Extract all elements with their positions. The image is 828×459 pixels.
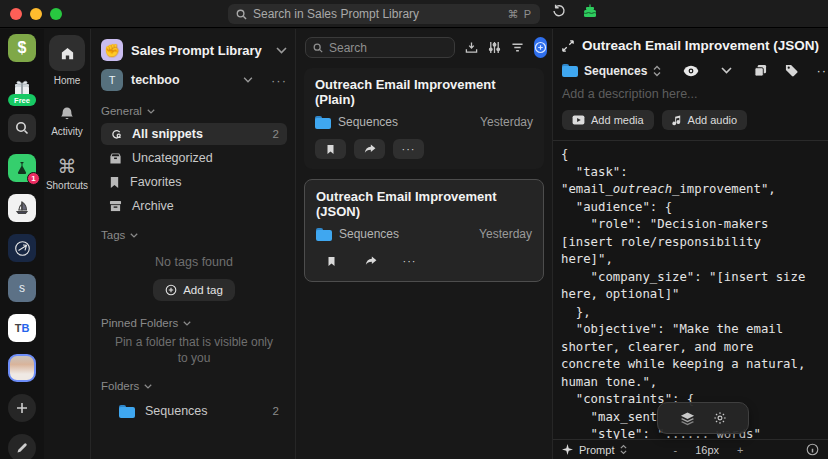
folders-label: Folders	[101, 380, 139, 392]
list-search-input[interactable]	[329, 41, 447, 55]
add-tag-label: Add tag	[183, 284, 223, 296]
share-button[interactable]	[355, 251, 386, 271]
titlebar: ⌘ P	[0, 0, 828, 28]
library-switcher[interactable]: ✊ Sales Prompt Library	[101, 37, 287, 63]
code-line: {	[561, 146, 820, 164]
no-tags-message: No tags found	[101, 255, 287, 269]
snippet-list-panel: Outreach Email Improvement (Plain) Seque…	[295, 29, 552, 459]
import-icon[interactable]	[465, 41, 478, 54]
snippet-date: Yesterday	[480, 115, 533, 129]
add-audio-label: Add audio	[688, 114, 738, 126]
font-size-increase-button[interactable]: +	[737, 444, 743, 456]
close-window-button[interactable]	[10, 8, 22, 20]
rail-search-button[interactable]	[8, 114, 36, 142]
app-window: ⌘ P $ Free 1	[0, 0, 828, 459]
sidebar-item-uncategorized[interactable]: Uncategorized	[101, 147, 287, 169]
snippet-type-select[interactable]: Prompt	[562, 444, 627, 456]
nav-home-button[interactable]	[49, 35, 85, 71]
minimize-window-button[interactable]	[30, 8, 42, 20]
filter-sliders-icon[interactable]	[488, 41, 501, 54]
user-avatar[interactable]	[8, 354, 36, 382]
nav-activity-button[interactable]	[59, 106, 75, 122]
pin-folder-hint: Pin a folder that is visible only to you	[109, 335, 279, 366]
section-general[interactable]: General	[101, 105, 287, 117]
chevron-down-icon[interactable]	[243, 77, 253, 83]
rail-app-dollar[interactable]: $	[8, 34, 36, 62]
add-audio-button[interactable]: Add audio	[662, 110, 748, 130]
sidebar-item-archive[interactable]: Archive	[101, 195, 287, 217]
code-line: },	[561, 304, 820, 322]
expand-icon[interactable]	[562, 40, 574, 52]
rail-app-gift[interactable]: Free	[8, 74, 36, 102]
snippet-date: Yesterday	[479, 227, 532, 241]
workspace-more-button[interactable]: ···	[271, 73, 287, 88]
sparkle-icon	[562, 444, 573, 455]
workspace-switcher[interactable]: T techboo ···	[101, 67, 287, 93]
copy-icon[interactable]	[754, 64, 767, 77]
layers-icon[interactable]	[680, 411, 695, 426]
more-button[interactable]: ···	[393, 139, 424, 159]
share-icon	[364, 144, 376, 154]
info-icon[interactable]	[806, 443, 819, 456]
snippets-icon	[109, 128, 122, 141]
rail-app-travel[interactable]	[8, 234, 36, 262]
share-button[interactable]	[354, 139, 385, 159]
code-line: human tone.",	[561, 374, 820, 392]
code-line: here]",	[561, 251, 820, 269]
media-icon	[572, 115, 585, 125]
snippet-folder: Sequences	[338, 115, 473, 129]
section-folders[interactable]: Folders	[101, 380, 287, 392]
folder-select[interactable]: Sequences	[562, 64, 661, 78]
rail-app-tb[interactable]: TB	[8, 314, 36, 342]
item-label: All snippets	[132, 127, 263, 141]
prompt-code-editor[interactable]: { "task": "email_outreach_improvement", …	[553, 140, 828, 439]
add-app-button[interactable]	[8, 394, 36, 422]
bookmark-icon	[326, 144, 335, 155]
snippet-card-json[interactable]: Outreach Email Improvement (JSON) Sequen…	[304, 179, 544, 282]
code-line: "company_size": "[insert size	[561, 269, 820, 287]
snippet-title: Outreach Email Improvement (JSON)	[316, 189, 532, 219]
snippet-card-plain[interactable]: Outreach Email Improvement (Plain) Seque…	[304, 68, 544, 169]
rail-app-lab[interactable]: 1	[8, 154, 36, 182]
home-icon	[60, 46, 75, 61]
box-icon	[109, 152, 122, 165]
description-placeholder[interactable]: Add a description here...	[562, 87, 819, 101]
zoom-window-button[interactable]	[50, 8, 62, 20]
free-badge: Free	[8, 94, 36, 106]
sidebar-folder-sequences[interactable]: Sequences 2	[101, 400, 287, 422]
list-search[interactable]	[305, 37, 455, 58]
more-button[interactable]: ···	[394, 251, 425, 271]
nav-shortcuts-button[interactable]: ⌘	[58, 157, 77, 176]
share-icon	[365, 256, 377, 266]
add-media-button[interactable]: Add media	[562, 110, 654, 130]
add-snippet-button[interactable]	[534, 37, 547, 58]
global-search[interactable]: ⌘ P	[228, 4, 540, 24]
code-line: shorter, clearer, and more	[561, 339, 820, 357]
settings-gear-icon[interactable]	[713, 411, 727, 425]
font-size-decrease-button[interactable]: -	[673, 444, 677, 456]
bookmark-button[interactable]	[315, 139, 346, 159]
rail-app-s[interactable]: s	[8, 274, 36, 302]
history-undo-icon[interactable]	[552, 4, 566, 18]
bookmark-icon	[327, 256, 336, 267]
bookmark-button[interactable]	[316, 251, 347, 271]
chevron-down-icon[interactable]	[721, 67, 732, 74]
global-search-input[interactable]	[253, 7, 502, 21]
section-pinned-folders[interactable]: Pinned Folders	[101, 317, 287, 329]
tag-icon[interactable]	[785, 64, 798, 77]
sort-icon[interactable]	[511, 42, 524, 53]
rail-app-boat[interactable]	[8, 194, 36, 222]
plus-icon	[16, 402, 28, 414]
item-label: Archive	[132, 199, 279, 213]
section-tags[interactable]: Tags	[101, 229, 287, 241]
add-tag-button[interactable]: Add tag	[153, 279, 235, 301]
edit-rail-button[interactable]	[8, 434, 36, 459]
visibility-eye-icon[interactable]	[683, 65, 699, 77]
plus-circle-icon	[534, 41, 547, 54]
sidebar-item-all-snippets[interactable]: All snippets 2	[101, 123, 287, 145]
cake-icon[interactable]	[582, 4, 598, 18]
detail-more-button[interactable]: ···	[816, 63, 828, 78]
chevron-down-icon[interactable]	[276, 47, 287, 54]
sidebar-item-favorites[interactable]: Favorites	[101, 171, 287, 193]
detail-title: Outreach Email Improvement (JSON)	[582, 38, 819, 53]
